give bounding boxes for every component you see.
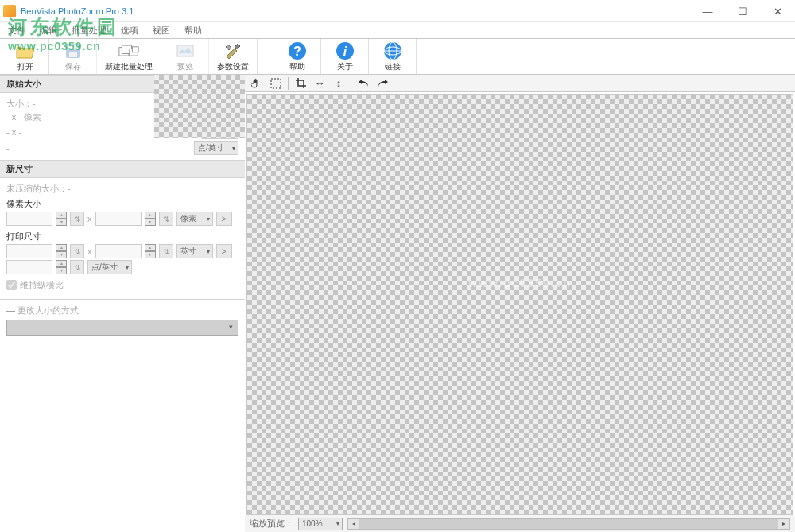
pixel-unit-combo[interactable]: 像素 [176,212,213,226]
canvas-watermark: www.pc0359.cn [468,277,572,289]
print-h-up[interactable]: ▴ [145,244,156,251]
batch-button[interactable]: 新建批量处理 [97,39,161,74]
about-button[interactable]: i 关于 [321,39,369,74]
dpi-unit-combo[interactable]: 点/英寸 [87,260,132,274]
marquee-tool[interactable] [267,76,285,91]
uncompressed-size: 未压缩的大小：- [6,183,238,195]
crop-tool[interactable] [292,76,309,91]
print-size-label: 打印尺寸 [6,231,238,243]
canvas-area: ↔ ↕ www.pc0359.cn 缩放预览： 100% ◂ ▸ [245,75,795,532]
main-canvas[interactable]: www.pc0359.cn [246,94,793,515]
save-icon [63,41,83,61]
print-go-button[interactable]: > [216,244,232,258]
tools-icon [223,41,243,61]
print-link-button[interactable]: ⇅ [70,244,84,258]
dpi-link-button[interactable]: ⇅ [70,260,84,274]
links-label: 链接 [385,61,401,72]
info-icon: i [335,41,355,61]
pixel-go-button[interactable]: > [216,212,232,226]
resize-method-label: 更改大小的方式 [17,305,79,315]
batch-icon [118,41,139,61]
print-h-down[interactable]: ▾ [145,251,156,258]
flip-vertical-tool[interactable]: ↕ [330,76,347,91]
scroll-right-arrow[interactable]: ▸ [778,519,789,529]
svg-rect-16 [271,79,281,88]
pixel-w-up[interactable]: ▴ [56,212,67,219]
preview-thumbnail [154,75,245,138]
scroll-left-arrow[interactable]: ◂ [348,519,359,529]
print-unit-combo[interactable]: 英寸 [176,244,213,258]
app-icon [3,5,16,17]
help-label: 帮助 [289,61,305,72]
pixel-width-input[interactable] [6,212,52,226]
print-link2-button[interactable]: ⇅ [159,244,173,258]
links-button[interactable]: 链接 [369,39,417,74]
menu-view[interactable]: 视图 [149,23,173,38]
open-button[interactable]: 打开 [2,39,49,74]
print-w-down[interactable]: ▾ [56,251,67,258]
print-w-up[interactable]: ▴ [56,244,67,251]
svg-text:i: i [343,45,347,58]
menubar: 文件 编辑 批量处理 选项 视图 帮助 [0,22,795,38]
dpi-up[interactable]: ▴ [56,260,67,267]
resize-method-combo[interactable] [6,320,238,336]
titlebar: BenVista PhotoZoom Pro 3.1 — ☐ ✕ [0,0,795,22]
globe-icon [382,41,403,61]
menu-options[interactable]: 选项 [118,23,142,38]
pixel-link2-button[interactable]: ⇅ [159,212,173,226]
zoom-combo[interactable]: 100% [298,518,343,530]
preview-button: 预览 [161,39,209,74]
flip-horizontal-tool[interactable]: ↔ [311,76,328,91]
about-label: 关于 [337,61,353,72]
hand-tool[interactable] [248,76,266,91]
print-height-input[interactable] [95,244,142,258]
menu-help[interactable]: 帮助 [181,23,205,38]
batch-label: 新建批量处理 [105,61,153,72]
aspect-ratio-checkbox[interactable] [6,280,17,290]
preview-label: 预览 [177,61,193,72]
aspect-ratio-label: 维持纵横比 [20,279,64,291]
horizontal-scrollbar[interactable]: ◂ ▸ [347,518,790,530]
pixel-link-button[interactable]: ⇅ [70,212,84,226]
original-inches: - x - [6,127,21,137]
pixel-size-label: 像素大小 [6,198,238,210]
dpi-input[interactable] [6,260,52,274]
preview-icon [175,41,196,61]
zoom-label: 缩放预览： [250,518,293,530]
save-button: 保存 [49,39,97,74]
menu-batch[interactable]: 批量处理 [68,23,110,38]
statusbar: 缩放预览： 100% ◂ ▸ [245,515,795,532]
folder-open-icon [15,41,36,61]
minimize-button[interactable]: — [690,0,725,22]
scroll-thumb[interactable] [359,519,778,529]
svg-text:?: ? [293,45,301,58]
pixel-w-down[interactable]: ▾ [56,219,67,226]
dpi-down[interactable]: ▾ [56,267,67,274]
new-size-header: 新尺寸 [0,160,245,178]
canvas-toolbar: ↔ ↕ [245,75,795,92]
svg-rect-1 [68,45,78,49]
settings-label: 参数设置 [217,61,249,72]
left-panel: 原始大小 大小：- - x - 像素 - x - 英寸 - 点/英寸 新尺寸 未… [0,75,245,532]
settings-button[interactable]: 参数设置 [209,39,258,74]
help-icon: ? [287,41,308,61]
menu-edit[interactable]: 编辑 [37,23,60,38]
print-width-input[interactable] [6,244,52,258]
unit-dpi-combo[interactable]: 点/英寸 [194,141,238,155]
redo-button[interactable] [374,76,391,91]
svg-rect-6 [132,47,138,52]
svg-rect-2 [69,52,77,57]
save-label: 保存 [65,61,81,72]
pixel-height-input[interactable] [95,212,142,226]
help-button[interactable]: ? 帮助 [273,39,321,74]
undo-button[interactable] [355,76,372,91]
main-toolbar: 打开 保存 新建批量处理 预览 参数设置 ? 帮助 i 关于 [0,38,795,75]
open-label: 打开 [17,61,33,72]
maximize-button[interactable]: ☐ [725,0,760,22]
pixel-h-up[interactable]: ▴ [145,212,156,219]
pixel-h-down[interactable]: ▾ [145,219,156,226]
menu-file[interactable]: 文件 [5,23,29,38]
window-title: BenVista PhotoZoom Pro 3.1 [21,6,134,16]
close-button[interactable]: ✕ [760,0,795,22]
